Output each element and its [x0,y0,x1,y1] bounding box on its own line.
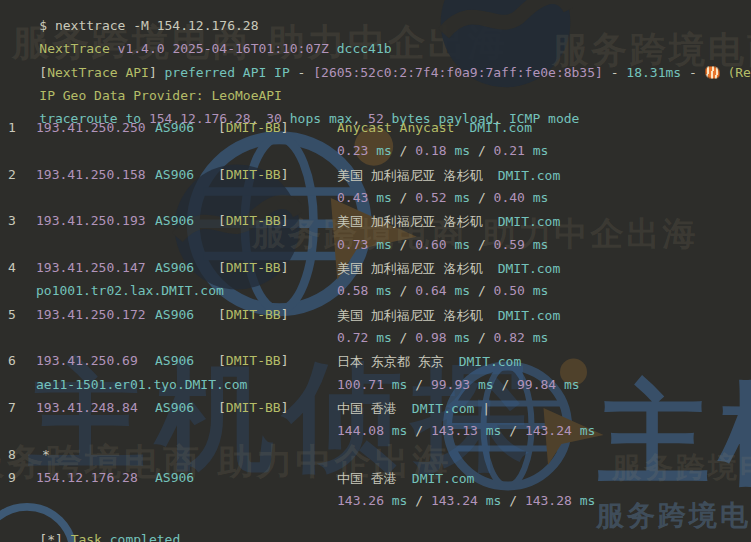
latency-separator: / [470,237,493,252]
hop-row-5: 5193.41.250.172AS906[DMIT-BB]美国 加利福尼亚 洛杉… [8,307,751,327]
latency-unit: ms [447,283,470,298]
hop-detail-3: 0.73 ms / 0.60 ms / 0.59 ms [8,237,751,257]
latency-value: 0.52 [415,190,446,205]
hop-geo: 美国 加利福尼亚 洛杉矶DMIT.com [337,260,560,278]
hop-asn: AS906 [155,400,194,415]
hop-geo: 美国 加利福尼亚 洛杉矶DMIT.com [337,167,560,185]
latency-value: 143.28 [525,493,572,508]
hop-number: 9 [8,470,16,485]
hop-row-4: 4193.41.250.147AS906[DMIT-BB]美国 加利福尼亚 洛杉… [8,260,751,280]
version-line: NextTrace v1.4.0 2025-04-16T01:10:07Z dc… [8,26,751,46]
traceroute-header-line: traceroute to 154.12.176.28, 30 hops max… [8,96,751,116]
latency-unit: ms [556,377,579,392]
task-completed-line: [*] Task completed [8,517,751,537]
hop-timeout-star: * [42,447,50,462]
hop-detail-7: 144.08 ms / 143.13 ms / 143.24 ms [8,423,751,443]
bracket-star: [*] [39,532,70,542]
hop-number: 3 [8,213,16,228]
hop-latency: 0.43 ms / 0.52 ms / 0.40 ms [337,190,548,205]
latency-unit: ms [384,377,407,392]
latency-unit: ms [368,143,391,158]
hop-row-9: 9154.12.176.28AS906中国 香港DMIT.com [8,470,751,490]
hop-latency: 0.23 ms / 0.18 ms / 0.21 ms [337,143,548,158]
hop-tag: [DMIT-BB] [218,307,288,322]
latency-separator: / [392,143,415,158]
hop-detail-5: 0.72 ms / 0.98 ms / 0.82 ms [8,330,751,350]
hop-number: 2 [8,167,16,182]
hop-number: 7 [8,400,16,415]
hop-detail-6: ae11-1501.er01.tyo.DMIT.com100.71 ms / 9… [8,377,751,397]
hop-latency: 0.73 ms / 0.60 ms / 0.59 ms [337,237,548,252]
latency-unit: ms [368,283,391,298]
hop-latency: 0.72 ms / 0.98 ms / 0.82 ms [337,330,548,345]
latency-value: 143.24 [431,493,478,508]
hop-number: 6 [8,353,16,368]
hop-geo: 美国 加利福尼亚 洛杉矶DMIT.com [337,307,560,325]
hop-owner: DMIT.com [412,401,475,416]
latency-value: 0.73 [337,237,368,252]
hop-hostname: po1001.tr02.lax.DMIT.com [36,283,224,298]
hop-detail-1: 0.23 ms / 0.18 ms / 0.21 ms [8,143,751,163]
hop-detail-4: po1001.tr02.lax.DMIT.com0.58 ms / 0.64 m… [8,283,751,303]
latency-unit: ms [525,190,548,205]
hop-geo-text: 日本 东京都 东京 [337,354,444,369]
hop-tag: [DMIT-BB] [218,167,288,182]
hop-detail-9: 143.26 ms / 143.24 ms / 143.28 ms [8,493,751,513]
hop-ip: 154.12.176.28 [36,470,138,485]
latency-value: 0.64 [415,283,446,298]
hop-ip: 193.41.250.172 [36,307,146,322]
latency-separator: / [407,493,430,508]
latency-separator: / [470,143,493,158]
latency-unit: ms [470,377,493,392]
hop-row-8: 8* [8,447,751,467]
hop-asn: AS906 [155,213,194,228]
latency-value: 143.26 [337,493,384,508]
hop-owner: DMIT.com [412,471,475,486]
api-line: [NextTrace API] preferred API IP - [2605… [8,50,751,70]
hop-asn: AS906 [155,353,194,368]
latency-separator: / [392,330,415,345]
hop-ip: 193.41.250.69 [36,353,138,368]
hop-tag: [DMIT-BB] [218,260,288,275]
task-label: Task [71,532,110,542]
latency-value: 99.93 [431,377,470,392]
hop-asn: AS906 [155,307,194,322]
hop-owner: DMIT.com [498,214,561,229]
latency-value: 0.58 [337,283,368,298]
latency-unit: ms [525,237,548,252]
hop-latency: 143.26 ms / 143.24 ms / 143.28 ms [337,493,595,508]
geo-provider-line: IP Geo Data Provider: LeoMoeAPI [8,73,751,93]
latency-separator: / [494,377,517,392]
latency-separator: / [470,330,493,345]
hop-number: 5 [8,307,16,322]
hop-tag: [DMIT-BB] [218,400,288,415]
hop-row-2: 2193.41.250.158AS906[DMIT-BB]美国 加利福尼亚 洛杉… [8,167,751,187]
hop-ip: 193.41.250.158 [36,167,146,182]
latency-separator: / [470,190,493,205]
latency-value: 0.40 [494,190,525,205]
latency-value: 0.59 [494,237,525,252]
hop-number: 8 [8,447,16,462]
latency-value: 0.72 [337,330,368,345]
hop-geo-text: 美国 加利福尼亚 洛杉矶 [337,168,483,183]
latency-unit: ms [447,143,470,158]
hop-geo-text: 中国 香港 [337,401,397,416]
terminal-screen: $ nexttrace -M 154.12.176.28 NextTrace v… [0,0,751,542]
task-status: completed [110,532,180,542]
latency-unit: ms [478,423,501,438]
hop-tag: [DMIT-BB] [218,120,288,135]
latency-value: 0.23 [337,143,368,158]
hop-tag: [DMIT-BB] [218,213,288,228]
hop-owner: DMIT.com [498,168,561,183]
latency-value: 144.08 [337,423,384,438]
hop-detail-2: 0.43 ms / 0.52 ms / 0.40 ms [8,190,751,210]
hop-ip: 193.41.250.147 [36,260,146,275]
hop-latency: 0.58 ms / 0.64 ms / 0.50 ms [337,283,548,298]
prompt-line: $ nexttrace -M 154.12.176.28 [8,3,751,23]
hop-geo: 日本 东京都 东京DMIT.com [337,353,521,371]
latency-unit: ms [525,143,548,158]
latency-unit: ms [525,330,548,345]
hop-number: 4 [8,260,16,275]
hop-owner: DMIT.com [469,120,532,135]
hop-owner: DMIT.com [498,308,561,323]
